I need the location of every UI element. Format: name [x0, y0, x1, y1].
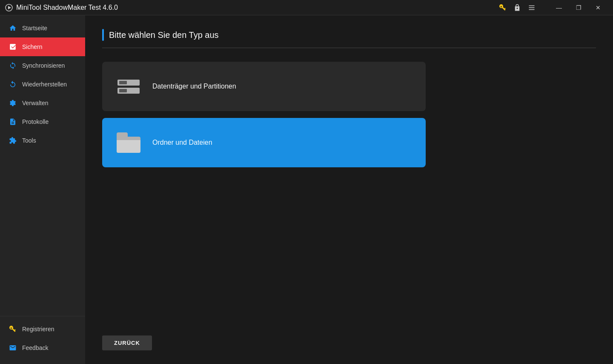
logs-icon [9, 118, 17, 126]
sidebar-label-startseite: Startseite [22, 25, 47, 32]
back-button[interactable]: ZURÜCK [102, 335, 152, 350]
sidebar-nav: Startseite Sichern Synchronisieren [0, 15, 85, 316]
type-card-disk[interactable]: Datenträger und Partitionen [102, 62, 426, 111]
content-footer: ZURÜCK [102, 325, 596, 350]
disk-bar-1 [117, 80, 140, 86]
sidebar-item-registrieren[interactable]: Registrieren [0, 320, 85, 338]
backup-icon [9, 43, 17, 51]
folder-front [117, 140, 140, 153]
type-card-list: Datenträger und Partitionen Ordner und D… [102, 62, 596, 167]
sidebar-item-startseite[interactable]: Startseite [0, 19, 85, 37]
sidebar-label-sichern: Sichern [22, 43, 42, 50]
sidebar-label-feedback: Feedback [22, 344, 48, 351]
sidebar-item-protokolle[interactable]: Protokolle [0, 112, 85, 131]
folder-card-label: Ordner und Dateien [152, 139, 212, 146]
titlebar: MiniTool ShadowMaker Test 4.6.0 — ❐ ✕ [0, 0, 613, 15]
tools-icon [9, 136, 17, 145]
window-controls: — ❐ ✕ [549, 0, 608, 15]
home-icon [9, 24, 17, 32]
close-button[interactable]: ✕ [588, 0, 608, 15]
app-icon [5, 4, 13, 11]
content-header: Bitte wählen Sie den Typ aus [102, 29, 596, 48]
restore-icon [9, 80, 17, 89]
sidebar-item-synchronisieren[interactable]: Synchronisieren [0, 56, 85, 75]
type-card-folder[interactable]: Ordner und Dateien [102, 118, 426, 167]
svg-rect-3 [529, 7, 535, 8]
key-icon[interactable] [499, 4, 507, 11]
content-area: Bitte wählen Sie den Typ aus Datenträger… [85, 15, 613, 364]
sidebar-item-wiederherstellen[interactable]: Wiederherstellen [0, 75, 85, 94]
maximize-button[interactable]: ❐ [569, 0, 588, 15]
sidebar-label-tools: Tools [22, 137, 36, 144]
app-body: Startseite Sichern Synchronisieren [0, 15, 613, 364]
svg-marker-1 [8, 6, 11, 9]
sidebar-bottom: Registrieren Feedback [0, 316, 85, 364]
sidebar-item-feedback[interactable]: Feedback [0, 338, 85, 357]
svg-rect-2 [529, 5, 535, 6]
feedback-icon [9, 344, 17, 352]
app-logo: MiniTool ShadowMaker Test 4.6.0 [5, 4, 118, 11]
sidebar: Startseite Sichern Synchronisieren [0, 15, 85, 364]
svg-rect-4 [529, 9, 535, 10]
minimize-button[interactable]: — [549, 0, 569, 15]
app-title: MiniTool ShadowMaker Test 4.6.0 [16, 4, 118, 11]
titlebar-action-icons [499, 4, 536, 11]
page-title: Bitte wählen Sie den Typ aus [109, 30, 219, 40]
sidebar-item-tools[interactable]: Tools [0, 131, 85, 150]
folder-icon-wrap [117, 132, 140, 153]
sidebar-item-sichern[interactable]: Sichern [0, 37, 85, 56]
sidebar-label-registrieren: Registrieren [22, 326, 54, 332]
disk-bar-2 [117, 88, 140, 94]
menu-icon[interactable] [528, 4, 536, 11]
manage-icon [9, 99, 17, 107]
disk-card-icon [115, 73, 142, 100]
sidebar-label-synchronisieren: Synchronisieren [22, 62, 65, 69]
sidebar-label-verwalten: Verwalten [22, 100, 48, 106]
sidebar-item-verwalten[interactable]: Verwalten [0, 94, 85, 112]
disk-card-label: Datenträger und Partitionen [152, 83, 236, 90]
sidebar-label-protokolle: Protokolle [22, 118, 49, 125]
lock-icon[interactable] [513, 4, 521, 11]
sync-icon [9, 61, 17, 70]
sidebar-label-wiederherstellen: Wiederherstellen [22, 81, 67, 88]
titlebar-controls: — ❐ ✕ [499, 0, 608, 15]
folder-card-icon [115, 129, 142, 156]
register-icon [9, 325, 17, 333]
header-accent-bar [102, 29, 104, 41]
